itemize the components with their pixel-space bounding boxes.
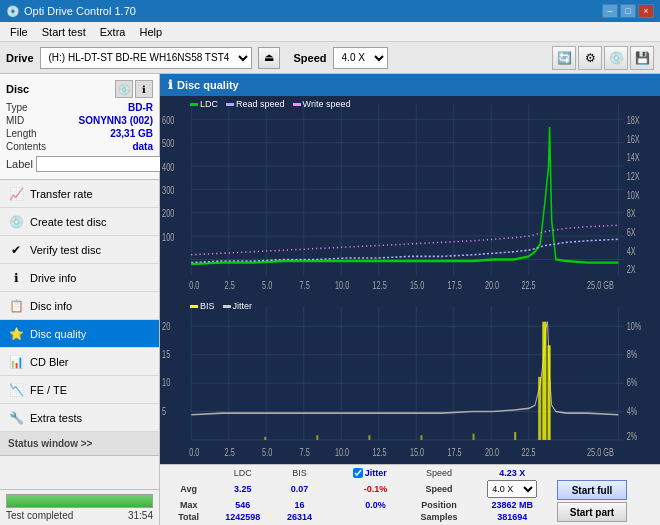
progress-bar-outer: [6, 494, 153, 508]
sidebar-item-cd-bler[interactable]: 📊 CD Bler: [0, 348, 159, 376]
speed-unit-select[interactable]: 4.0 X: [487, 480, 537, 498]
sidebar-item-verify-test-disc[interactable]: ✔ Verify test disc: [0, 236, 159, 264]
close-button[interactable]: ×: [638, 4, 654, 18]
stats-table: LDC BIS Jitter Speed: [166, 467, 654, 523]
svg-text:0.0: 0.0: [189, 447, 199, 459]
titlebar: 💿 Opti Drive Control 1.70 – □ ×: [0, 0, 660, 22]
svg-text:300: 300: [162, 185, 174, 197]
menu-extra[interactable]: Extra: [94, 24, 132, 40]
menu-start-test[interactable]: Start test: [36, 24, 92, 40]
maximize-button[interactable]: □: [620, 4, 636, 18]
top-chart-legend: LDC Read speed Write speed: [190, 99, 350, 109]
menu-file[interactable]: File: [4, 24, 34, 40]
svg-text:18X: 18X: [627, 115, 640, 127]
start-buttons: Start full Start part: [557, 480, 646, 522]
write-speed-legend-dot: [293, 103, 301, 106]
drive-select[interactable]: (H:) HL-DT-ST BD-RE WH16NS58 TST4: [40, 47, 252, 69]
svg-text:5.0: 5.0: [262, 280, 272, 292]
read-speed-legend-dot: [226, 103, 234, 106]
svg-rect-88: [420, 436, 422, 441]
sidebar-item-extra-tests[interactable]: 🔧 Extra tests: [0, 404, 159, 432]
svg-text:25.0 GB: 25.0 GB: [587, 280, 614, 292]
svg-text:10X: 10X: [627, 189, 640, 201]
ldc-legend-dot: [190, 103, 198, 106]
jitter-checkbox[interactable]: [353, 468, 363, 478]
refresh-icon[interactable]: 🔄: [552, 46, 576, 70]
svg-rect-85: [264, 437, 266, 440]
svg-text:10.0: 10.0: [335, 447, 349, 459]
app-icon: 💿: [6, 5, 20, 18]
stats-row: LDC BIS Jitter Speed: [166, 467, 654, 523]
svg-text:20.0: 20.0: [485, 280, 499, 292]
fe-te-icon: 📉: [8, 382, 24, 398]
start-part-button[interactable]: Start part: [557, 502, 627, 522]
drive-label: Drive: [6, 52, 34, 64]
disc-icon[interactable]: 💿: [604, 46, 628, 70]
disc-info-nav-icon: 📋: [8, 298, 24, 314]
start-full-button[interactable]: Start full: [557, 480, 627, 500]
svg-text:17.5: 17.5: [448, 280, 462, 292]
speed-select[interactable]: 4.0 X: [333, 47, 388, 69]
eject-button[interactable]: ⏏: [258, 47, 280, 69]
progress-bar-inner: [7, 495, 152, 507]
disc-mid-row: MID SONYNN3 (002): [6, 115, 153, 126]
svg-text:12X: 12X: [627, 171, 640, 183]
jitter-legend: Jitter: [223, 301, 253, 311]
top-chart: LDC Read speed Write speed: [160, 96, 660, 298]
svg-text:6X: 6X: [627, 227, 636, 239]
transfer-rate-icon: 📈: [8, 186, 24, 202]
dq-header-icon: ℹ: [168, 78, 173, 92]
sidebar-item-disc-info[interactable]: 📋 Disc info: [0, 292, 159, 320]
status-window[interactable]: Status window >>: [0, 432, 159, 456]
disc-title: Disc: [6, 83, 29, 95]
svg-text:14X: 14X: [627, 152, 640, 164]
svg-text:10%: 10%: [627, 321, 642, 333]
svg-text:15.0: 15.0: [410, 447, 424, 459]
extra-tests-icon: 🔧: [8, 410, 24, 426]
sidebar-item-create-test-disc[interactable]: 💿 Create test disc: [0, 208, 159, 236]
svg-text:8%: 8%: [627, 349, 638, 361]
main-area: Disc 💿 ℹ Type BD-R MID SONYNN3 (002) Len…: [0, 74, 660, 525]
bottom-chart-legend: BIS Jitter: [190, 301, 252, 311]
svg-text:20: 20: [162, 321, 170, 333]
disc-type-row: Type BD-R: [6, 102, 153, 113]
menu-help[interactable]: Help: [133, 24, 168, 40]
svg-text:22.5: 22.5: [521, 280, 535, 292]
svg-text:20.0: 20.0: [485, 447, 499, 459]
top-chart-svg: 600 500 400 300 200 100 18X 16X 14X 12X …: [160, 96, 660, 298]
app-title: Opti Drive Control 1.70: [24, 5, 136, 17]
sidebar-item-transfer-rate[interactable]: 📈 Transfer rate: [0, 180, 159, 208]
svg-rect-0: [160, 96, 660, 298]
svg-text:15.0: 15.0: [410, 280, 424, 292]
svg-text:2.5: 2.5: [225, 447, 235, 459]
drivebar: Drive (H:) HL-DT-ST BD-RE WH16NS58 TST4 …: [0, 42, 660, 74]
sidebar-item-fe-te[interactable]: 📉 FE / TE: [0, 376, 159, 404]
disc-label-input[interactable]: [36, 156, 169, 172]
svg-rect-86: [316, 436, 318, 441]
disc-quality-header: ℹ Disc quality: [160, 74, 660, 96]
toolbar-icons: 🔄 ⚙ 💿 💾: [552, 46, 654, 70]
drive-info-icon: ℹ: [8, 270, 24, 286]
menubar: File Start test Extra Help: [0, 22, 660, 42]
disc-contents-row: Contents data: [6, 141, 153, 152]
svg-text:22.5: 22.5: [521, 447, 535, 459]
stats-bar: LDC BIS Jitter Speed: [160, 464, 660, 525]
disc-panel: Disc 💿 ℹ Type BD-R MID SONYNN3 (002) Len…: [0, 74, 159, 180]
svg-text:500: 500: [162, 138, 174, 150]
disc-small-icon: 💿: [115, 80, 133, 98]
settings-icon[interactable]: ⚙: [578, 46, 602, 70]
content-area: ℹ Disc quality LDC Read speed Write spee…: [160, 74, 660, 525]
svg-text:15: 15: [162, 349, 170, 361]
minimize-button[interactable]: –: [602, 4, 618, 18]
bis-legend-dot: [190, 305, 198, 308]
svg-text:2X: 2X: [627, 264, 636, 276]
disc-info-icon[interactable]: ℹ: [135, 80, 153, 98]
disc-length-row: Length 23,31 GB: [6, 128, 153, 139]
svg-text:200: 200: [162, 208, 174, 220]
disc-quality-icon: ⭐: [8, 326, 24, 342]
sidebar-item-drive-info[interactable]: ℹ Drive info: [0, 264, 159, 292]
sidebar-item-disc-quality[interactable]: ⭐ Disc quality: [0, 320, 159, 348]
svg-text:5.0: 5.0: [262, 447, 272, 459]
save-icon[interactable]: 💾: [630, 46, 654, 70]
svg-rect-45: [160, 298, 660, 464]
